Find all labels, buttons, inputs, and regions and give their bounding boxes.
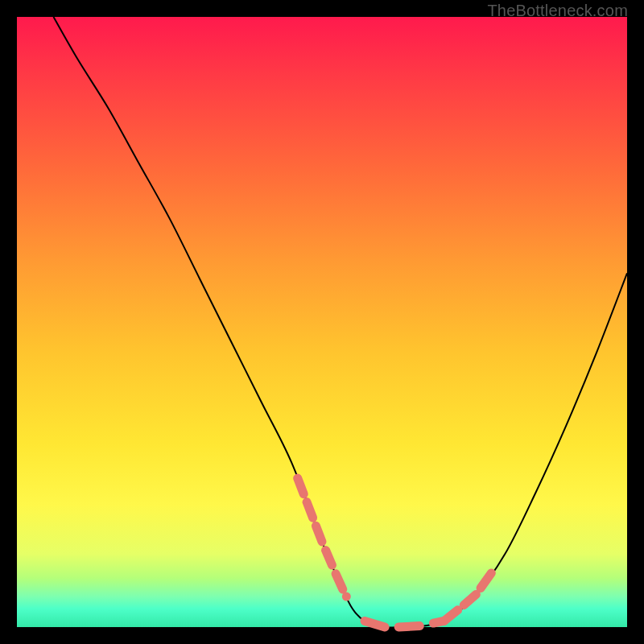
highlight-dash xyxy=(481,573,491,588)
curve-svg xyxy=(17,17,627,627)
highlight-dash xyxy=(307,502,313,518)
highlight-dash xyxy=(444,610,458,621)
highlight-dash xyxy=(365,621,385,627)
plot-area xyxy=(17,17,627,627)
highlight-dash xyxy=(326,550,332,565)
highlight-dash xyxy=(464,594,476,605)
bottleneck-curve xyxy=(53,17,627,628)
highlight-segments xyxy=(298,478,492,627)
highlight-dash xyxy=(398,625,419,627)
highlight-dash xyxy=(298,478,304,494)
highlight-dash xyxy=(316,526,322,542)
chart-frame: TheBottleneck.com xyxy=(0,0,644,644)
highlight-dash xyxy=(336,574,343,589)
